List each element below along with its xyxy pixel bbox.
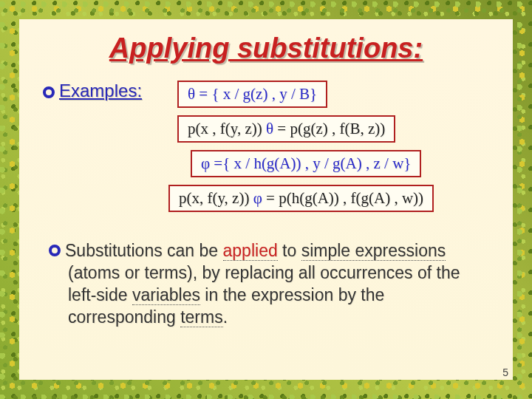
examples-heading: Examples: bbox=[43, 81, 142, 101]
phi-apply-lhs: p(x, f(y, z)) bbox=[179, 189, 253, 207]
body-variables: variables bbox=[132, 285, 200, 305]
phi-apply-rhs: = p(h(g(A)) , f(g(A) , w)) bbox=[262, 189, 423, 207]
slide-title: Applying substitutions: bbox=[43, 33, 489, 64]
theta-definition-box: θ = { x / g(z) , y / B} bbox=[177, 81, 327, 108]
body-terms: terms bbox=[180, 307, 223, 327]
theta-def-text: θ = { x / g(z) , y / B} bbox=[188, 85, 317, 103]
theta-application-box: p(x , f(y, z)) θ = p(g(z) , f(B, z)) bbox=[177, 115, 395, 143]
slide-content: Applying substitutions: Examples: θ = { … bbox=[19, 19, 513, 380]
theta-apply-rhs: = p(g(z) , f(B, z)) bbox=[273, 120, 385, 137]
body-paragraph: Substitutions can be applied to simple e… bbox=[43, 240, 489, 329]
theta-symbol: θ bbox=[266, 120, 273, 137]
body-applied: applied bbox=[223, 241, 278, 261]
theta-apply-lhs: p(x , f(y, z)) bbox=[188, 120, 266, 137]
ring-bullet-icon bbox=[43, 86, 55, 98]
phi-application-box: p(x, f(y, z)) φ = p(h(g(A)) , f(g(A) , w… bbox=[168, 185, 434, 212]
phi-def-text: φ ={ x / h(g(A)) , y / g(A) , z / w} bbox=[201, 154, 411, 172]
body-simple-expressions: simple expressions bbox=[301, 241, 446, 261]
slide-number: 5 bbox=[502, 366, 508, 378]
ring-bullet-icon bbox=[49, 245, 61, 256]
phi-definition-box: φ ={ x / h(g(A)) , y / g(A) , z / w} bbox=[191, 150, 421, 177]
phi-symbol: φ bbox=[253, 189, 262, 207]
body-end: . bbox=[223, 307, 228, 327]
examples-label: Examples: bbox=[59, 81, 142, 100]
body-pre: Substitutions can be bbox=[65, 241, 223, 260]
body-mid1: to bbox=[278, 241, 301, 260]
